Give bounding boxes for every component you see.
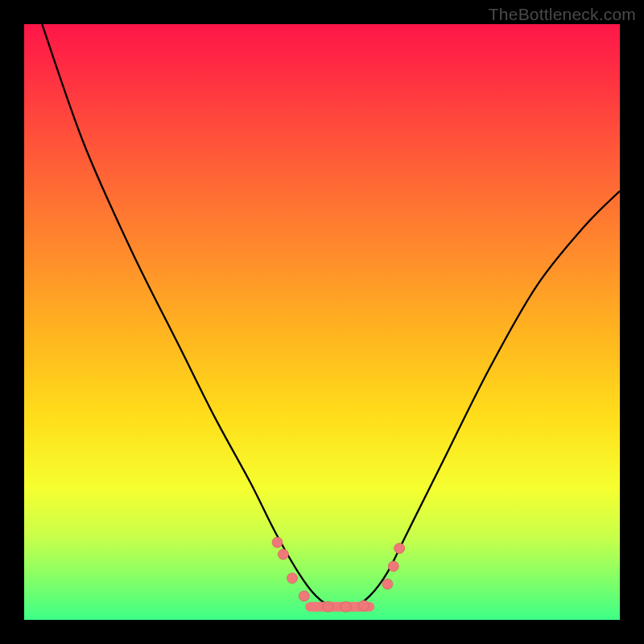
curve-marker-dot bbox=[323, 601, 333, 612]
curve-marker-dot bbox=[341, 601, 351, 612]
curve-marker-dot bbox=[388, 561, 398, 572]
curve-marker-dot bbox=[394, 543, 405, 554]
curve-marker-dot bbox=[287, 573, 298, 584]
chart-frame: TheBottleneck.com bbox=[0, 0, 644, 644]
bottleneck-curve bbox=[42, 24, 620, 609]
curve-marker-dot bbox=[382, 579, 393, 589]
curve-marker-dot bbox=[358, 601, 369, 611]
watermark-text: TheBottleneck.com bbox=[489, 5, 636, 24]
curve-marker-dot bbox=[299, 591, 309, 601]
curve-markers bbox=[272, 537, 405, 612]
curve-marker-dot bbox=[278, 549, 288, 559]
plot-area bbox=[24, 24, 620, 620]
curve-layer bbox=[24, 24, 620, 620]
curve-marker-dot bbox=[272, 537, 283, 547]
